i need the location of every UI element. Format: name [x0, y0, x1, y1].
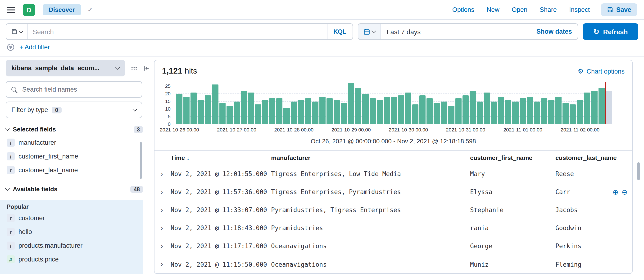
histogram-bar[interactable]: [427, 98, 433, 124]
nav-new[interactable]: New: [487, 6, 500, 13]
sort-desc-icon[interactable]: ↓: [187, 155, 190, 161]
histogram-bar[interactable]: [212, 85, 218, 124]
histogram-bar[interactable]: [477, 102, 483, 124]
histogram-bar[interactable]: [198, 100, 204, 124]
histogram-bar[interactable]: [391, 97, 397, 124]
histogram-bar[interactable]: [455, 98, 461, 124]
saved-query-button[interactable]: [6, 24, 28, 39]
filter-out-value-icon[interactable]: ⊖: [622, 189, 628, 196]
expand-row-button[interactable]: ›: [161, 170, 163, 177]
histogram-bar[interactable]: [269, 98, 275, 124]
histogram-bar[interactable]: [591, 91, 597, 124]
histogram-bar[interactable]: [205, 95, 211, 124]
histogram-bar[interactable]: [262, 100, 268, 124]
histogram-bar[interactable]: [176, 94, 182, 124]
save-button[interactable]: Save: [601, 3, 637, 16]
field-item[interactable]: # products.price: [0, 252, 143, 266]
nav-inspect[interactable]: Inspect: [569, 6, 590, 13]
histogram-bar[interactable]: [534, 102, 540, 124]
histogram-bar[interactable]: [376, 100, 383, 124]
histogram-bar[interactable]: [520, 98, 526, 124]
histogram-bar[interactable]: [598, 88, 604, 124]
histogram-bar[interactable]: [491, 102, 497, 124]
histogram-bar[interactable]: [462, 95, 469, 124]
histogram-bar[interactable]: [420, 95, 426, 124]
refresh-button[interactable]: ↻ Refresh: [583, 23, 638, 40]
histogram-bar[interactable]: [370, 98, 376, 124]
histogram-bar[interactable]: [470, 91, 476, 124]
histogram-bar[interactable]: [412, 104, 418, 124]
nav-open[interactable]: Open: [512, 6, 528, 13]
column-header-customer-last-name[interactable]: customer_last_name: [556, 154, 632, 161]
histogram-bar[interactable]: [248, 92, 254, 124]
deployment-avatar[interactable]: D: [23, 4, 35, 16]
histogram-bar[interactable]: [326, 98, 333, 124]
histogram-bar[interactable]: [548, 100, 554, 124]
histogram-bar[interactable]: [448, 106, 454, 124]
menu-icon[interactable]: [7, 7, 15, 13]
histogram-bar[interactable]: [405, 92, 411, 124]
histogram-bar[interactable]: [312, 102, 318, 124]
search-input[interactable]: [28, 24, 327, 39]
expand-row-button[interactable]: ›: [161, 188, 163, 195]
nav-options[interactable]: Options: [452, 6, 474, 13]
available-fields-header[interactable]: Available fields 48: [6, 186, 143, 193]
column-header-time[interactable]: Time↓: [170, 154, 271, 161]
histogram-bar[interactable]: [384, 97, 390, 124]
histogram-bar[interactable]: [556, 97, 562, 124]
query-language-button[interactable]: KQL: [327, 24, 352, 39]
histogram-bar[interactable]: [441, 102, 447, 124]
histogram-bar[interactable]: [320, 97, 326, 124]
time-range-value[interactable]: Last 7 days: [381, 28, 536, 35]
histogram-bar[interactable]: [562, 103, 569, 124]
field-item[interactable]: t hello: [0, 225, 143, 239]
histogram-bar[interactable]: [541, 98, 547, 124]
histogram-bar-partial[interactable]: [606, 91, 612, 124]
histogram-bar[interactable]: [498, 97, 504, 124]
add-filter-button[interactable]: + Add filter: [20, 44, 50, 51]
index-pattern-select[interactable]: kibana_sample_data_ecom...: [6, 60, 125, 76]
field-item[interactable]: t customer: [0, 211, 143, 225]
chart-options-button[interactable]: ⚙ Chart options: [578, 68, 624, 75]
histogram-bar[interactable]: [190, 92, 197, 124]
column-header-customer-first-name[interactable]: customer_first_name: [470, 154, 556, 161]
quick-select-button[interactable]: [358, 24, 381, 39]
histogram-bar[interactable]: [241, 91, 247, 124]
breadcrumb-discover[interactable]: Discover: [43, 4, 81, 15]
histogram-bar[interactable]: [512, 102, 519, 124]
field-item[interactable]: t products.manufacturer: [0, 239, 143, 252]
filter-for-value-icon[interactable]: ⊕: [612, 189, 618, 196]
histogram-bar[interactable]: [527, 97, 533, 124]
show-dates-button[interactable]: Show dates: [536, 28, 578, 35]
histogram-bar[interactable]: [577, 100, 583, 124]
histogram-bar[interactable]: [584, 92, 590, 124]
sidebar-scrollbar[interactable]: [140, 142, 142, 179]
histogram-bar[interactable]: [184, 97, 190, 124]
histogram-bar[interactable]: [276, 98, 283, 124]
histogram-bar[interactable]: [284, 107, 290, 124]
histogram-bar[interactable]: [434, 103, 440, 124]
histogram-bar[interactable]: [362, 94, 368, 124]
filter-sets-icon[interactable]: [7, 43, 15, 51]
field-search-input[interactable]: [21, 85, 137, 93]
expand-row-button[interactable]: ›: [161, 206, 163, 213]
filter-by-type-select[interactable]: Filter by type 0: [6, 102, 142, 118]
grid-dots-icon[interactable]: [131, 65, 138, 71]
histogram-bar[interactable]: [348, 83, 354, 124]
histogram-bar[interactable]: [305, 98, 311, 124]
collapse-sidebar-icon[interactable]: [143, 65, 150, 71]
page-scrollbar[interactable]: [637, 162, 640, 180]
histogram-bar[interactable]: [298, 100, 304, 124]
histogram-bar[interactable]: [219, 103, 225, 124]
histogram-bar[interactable]: [334, 100, 340, 124]
histogram-bar[interactable]: [341, 103, 347, 124]
histogram-bar[interactable]: [484, 92, 490, 124]
expand-row-button[interactable]: ›: [161, 224, 163, 231]
column-header-manufacturer[interactable]: manufacturer: [271, 154, 470, 161]
field-item[interactable]: t manufacturer: [0, 136, 150, 150]
field-item[interactable]: t customer_first_name: [0, 150, 150, 163]
histogram-bar[interactable]: [255, 104, 261, 124]
expand-row-button[interactable]: ›: [161, 242, 163, 249]
expand-row-button[interactable]: ›: [161, 260, 163, 267]
histogram-bar[interactable]: [355, 88, 361, 124]
